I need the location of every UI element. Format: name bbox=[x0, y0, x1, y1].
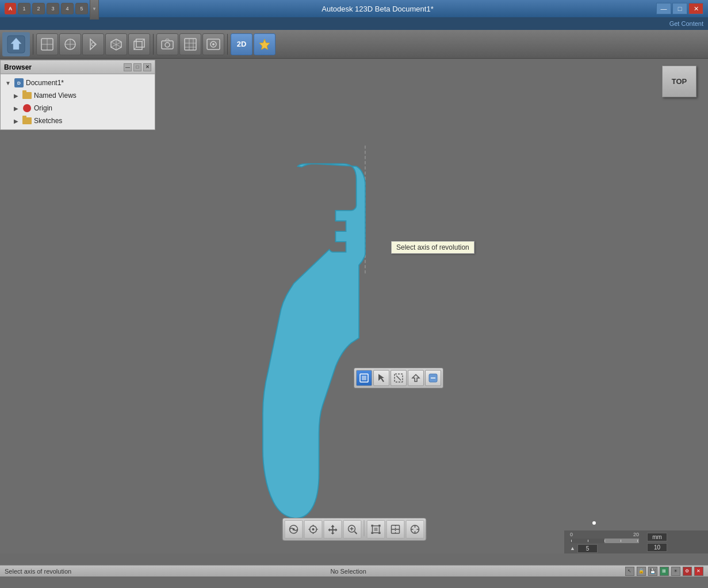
mini-selection-toolbar bbox=[354, 368, 443, 388]
svg-line-45 bbox=[354, 532, 357, 534]
quick-access-dropdown[interactable]: ▼ bbox=[90, 0, 99, 20]
view-box-button[interactable] bbox=[128, 33, 150, 55]
browser-panel: Browser — □ ✕ ▼ D Document1* ▶ bbox=[0, 60, 155, 130]
ruler-value: 10 bbox=[647, 543, 667, 552]
main-layout: 2D Browser — □ ✕ ▼ D Document1* bbox=[0, 30, 708, 576]
svg-point-39 bbox=[312, 528, 314, 530]
view-top-button[interactable] bbox=[59, 33, 81, 55]
select-btn[interactable] bbox=[373, 370, 389, 386]
svg-point-19 bbox=[165, 43, 170, 47]
ruler-right-label: 20 bbox=[633, 532, 639, 537]
nav-home-btn[interactable] bbox=[304, 520, 322, 539]
nav-snap-btn[interactable] bbox=[405, 520, 424, 539]
select-all-btn[interactable] bbox=[356, 370, 372, 386]
quick-access-4[interactable]: 4 bbox=[61, 3, 74, 14]
browser-controls: — □ ✕ bbox=[124, 63, 151, 71]
close-button[interactable]: ✕ bbox=[688, 3, 703, 14]
camera-button[interactable] bbox=[156, 33, 178, 55]
folder-sketches-icon bbox=[22, 116, 32, 126]
app-title: Autodesk 123D Beta Document1* bbox=[99, 5, 656, 13]
nav-zoom-fit-btn[interactable] bbox=[366, 520, 385, 539]
svg-rect-31 bbox=[362, 376, 366, 380]
navigation-toolbar bbox=[282, 518, 426, 541]
2d-button[interactable]: 2D bbox=[231, 33, 252, 55]
document-label: Document1* bbox=[26, 79, 64, 87]
tree-item-document[interactable]: ▼ D Document1* bbox=[1, 77, 155, 89]
status-bar: Select axis of revolution No Selection ↖… bbox=[0, 565, 708, 576]
tree-expand-origin[interactable]: ▶ bbox=[12, 104, 20, 112]
quick-access-3[interactable]: 3 bbox=[47, 3, 59, 14]
folder-named-views-icon bbox=[22, 90, 32, 101]
quick-access-2[interactable]: 2 bbox=[32, 3, 45, 14]
tree-item-origin[interactable]: ▶ Origin bbox=[1, 102, 155, 114]
toolbar-sep-3 bbox=[227, 34, 228, 55]
status-left-text: Select axis of revolution bbox=[5, 568, 71, 575]
view-iso-button[interactable] bbox=[105, 33, 127, 55]
nav-section-btn[interactable] bbox=[386, 520, 404, 539]
tree-expand-named-views[interactable]: ▶ bbox=[12, 91, 20, 100]
browser-header: Browser — □ ✕ bbox=[1, 60, 155, 74]
browser-tree: ▼ D Document1* ▶ Named Views ▶ O bbox=[1, 74, 155, 129]
svg-rect-20 bbox=[185, 39, 196, 50]
nav-zoom-btn[interactable] bbox=[343, 520, 361, 539]
svg-rect-49 bbox=[374, 528, 377, 531]
quick-access-1[interactable]: 1 bbox=[18, 3, 30, 14]
clear-selection-btn[interactable] bbox=[425, 370, 441, 386]
status-cursor-icon[interactable]: ↖ bbox=[625, 567, 634, 576]
svg-point-8 bbox=[91, 43, 95, 46]
toolbar-sep-1 bbox=[33, 34, 33, 55]
browser-minimize-btn[interactable]: — bbox=[124, 63, 132, 71]
view-cube[interactable]: TOP bbox=[656, 66, 702, 112]
ruler-left-label: 0 bbox=[570, 532, 573, 537]
status-close-icon[interactable]: ✕ bbox=[694, 567, 703, 576]
scale-dot bbox=[592, 521, 596, 525]
deselect-last-btn[interactable] bbox=[408, 370, 424, 386]
view-cube-box[interactable]: TOP bbox=[662, 66, 696, 97]
window-controls: — □ ✕ bbox=[656, 3, 703, 14]
status-lock-icon[interactable]: 🔒 bbox=[637, 567, 646, 576]
named-views-label: Named Views bbox=[34, 91, 76, 100]
quick-access-5[interactable]: 5 bbox=[75, 3, 88, 14]
ruler-unit[interactable]: mm bbox=[647, 533, 667, 541]
tree-item-named-views[interactable]: ▶ Named Views bbox=[1, 89, 155, 102]
sketch-canvas bbox=[0, 60, 708, 553]
get-content-label[interactable]: Get Content bbox=[669, 20, 703, 27]
home-view-button[interactable] bbox=[2, 32, 30, 56]
browser-expand-btn[interactable]: □ bbox=[133, 63, 141, 71]
axis-tooltip: Select axis of revolution bbox=[391, 241, 474, 254]
status-right-icons: ↖ 🔒 💾 ⊞ ☀ ⚙ ✕ bbox=[625, 567, 703, 576]
status-light-icon[interactable]: ☀ bbox=[671, 567, 680, 576]
canvas-area[interactable]: TOP Select axis of revolution bbox=[0, 60, 708, 553]
status-config-icon[interactable]: ⚙ bbox=[683, 567, 692, 576]
main-toolbar: 2D bbox=[0, 30, 708, 59]
origin-icon bbox=[22, 103, 32, 113]
show-button[interactable] bbox=[202, 33, 224, 55]
window-deselect-btn[interactable] bbox=[391, 370, 407, 386]
view-front-button[interactable] bbox=[36, 33, 58, 55]
star-button[interactable] bbox=[254, 33, 275, 55]
get-content-bar: Get Content bbox=[0, 17, 708, 30]
svg-rect-18 bbox=[162, 41, 173, 49]
svg-point-37 bbox=[292, 528, 294, 530]
bottom-ruler: 0 20 ▲ 5 bbox=[564, 530, 708, 553]
tree-expand-sketches[interactable]: ▶ bbox=[12, 117, 20, 125]
tree-item-sketches[interactable]: ▶ Sketches bbox=[1, 114, 155, 127]
nav-orbit-btn[interactable] bbox=[284, 520, 303, 539]
nav-pan-btn[interactable] bbox=[323, 520, 342, 539]
status-grid-icon[interactable]: ⊞ bbox=[660, 567, 669, 576]
svg-marker-28 bbox=[259, 39, 270, 49]
app-icon: A bbox=[5, 3, 16, 14]
sketches-label: Sketches bbox=[34, 117, 62, 125]
browser-close-btn[interactable]: ✕ bbox=[143, 63, 151, 71]
tooltip-text: Select axis of revolution bbox=[396, 243, 469, 251]
ruler-scale-value: 5 bbox=[577, 544, 598, 553]
status-center-text: No Selection bbox=[330, 568, 366, 575]
maximize-button[interactable]: □ bbox=[672, 3, 687, 14]
nav-sep-1 bbox=[363, 520, 364, 536]
minimize-button[interactable]: — bbox=[656, 3, 671, 14]
tree-expand-doc[interactable]: ▼ bbox=[4, 79, 12, 87]
status-save-icon[interactable]: 💾 bbox=[648, 567, 657, 576]
view-right-button[interactable] bbox=[82, 33, 104, 55]
svg-point-27 bbox=[212, 43, 215, 45]
grid-button[interactable] bbox=[179, 33, 201, 55]
